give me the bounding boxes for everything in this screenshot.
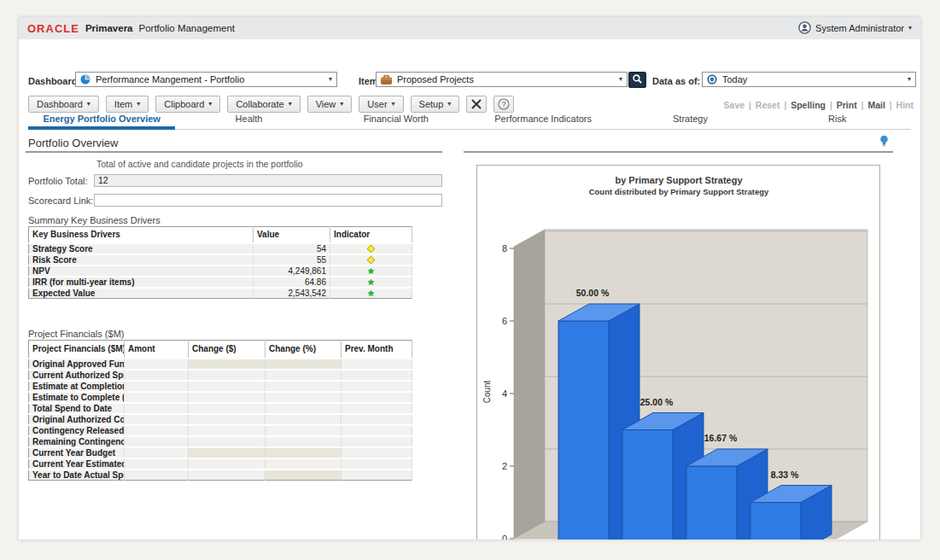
financial-cell-prev_month [342, 392, 412, 403]
financial-cell-amount [125, 359, 189, 370]
bar-front-face [622, 430, 673, 540]
item-select[interactable]: Proposed Projects ▾ [376, 72, 628, 87]
chevron-down-icon: ▾ [908, 25, 912, 32]
table-row: NPV4,249,861★ [29, 265, 412, 277]
table-row: Estimate to Complete (... [29, 392, 412, 403]
financial-cell-amount [125, 436, 189, 447]
chart-title: by Primary Support Strategy [615, 175, 743, 185]
financial-cell-amount [125, 425, 189, 436]
driver-value: 64.86 [254, 277, 330, 288]
financial-cell-prev_month [342, 470, 412, 481]
search-button[interactable] [628, 72, 646, 88]
driver-value: 55 [254, 254, 330, 265]
heading-rule-left [26, 151, 442, 153]
financial-cell-prev_month [342, 436, 412, 447]
tab-risk[interactable]: Risk [764, 109, 911, 129]
y-tick-label: 8 [502, 243, 507, 254]
column-header[interactable]: Key Business Drivers [29, 227, 254, 243]
data-as-of-select[interactable]: Today ▾ [702, 72, 916, 87]
driver-indicator: ★ [330, 288, 412, 299]
chevron-down-icon: ▾ [340, 101, 343, 108]
financial-cell-change_usd [189, 436, 266, 447]
column-header[interactable]: Prev. Month [342, 341, 412, 359]
column-header[interactable]: Change ($) [189, 341, 266, 359]
financial-name: Original Authorized Co... [29, 414, 125, 425]
financial-cell-change_usd [189, 425, 266, 436]
portfolio-total-hint: Total of active and candidate projects i… [96, 159, 303, 169]
column-header[interactable]: Value [254, 227, 330, 243]
tab-strategy[interactable]: Strategy [616, 109, 763, 129]
chevron-down-icon: ▾ [208, 101, 212, 108]
chevron-down-icon: ▾ [289, 101, 292, 108]
y-tick-label: 0 [502, 534, 507, 540]
driver-value: 4,249,861 [254, 265, 330, 277]
financial-cell-change_pct [266, 392, 342, 403]
diamond-icon [367, 244, 376, 253]
financial-name: Current Year Budget [29, 447, 125, 458]
scorecard-link-label: Scorecard Link: [28, 195, 93, 206]
table-row: Expected Value2,543,542★ [29, 288, 412, 299]
column-header[interactable]: Indicator [330, 227, 412, 243]
heading-rule-right [464, 151, 893, 153]
primavera-brand: Primavera [85, 23, 133, 33]
bar-front-face [686, 466, 737, 540]
lightbulb-icon[interactable] [879, 135, 889, 151]
scorecard-link-field[interactable] [94, 194, 442, 207]
y-tick-label: 4 [502, 388, 507, 399]
financial-cell-change_pct [266, 470, 342, 481]
dashboard-select[interactable]: Performance Mangement - Portfolio ▾ [75, 72, 337, 87]
financial-cell-change_usd [189, 414, 266, 425]
financial-name: Current Year Estimated... [29, 458, 125, 470]
bar-value-label: 8.33 % [771, 470, 799, 480]
chevron-down-icon: ▾ [392, 101, 395, 108]
financial-cell-prev_month [342, 370, 412, 381]
user-menu[interactable]: System Administrator ▾ [798, 21, 912, 36]
y-tick-label: 2 [502, 461, 507, 471]
driver-name: Strategy Score [29, 243, 254, 254]
financial-cell-prev_month [342, 447, 412, 458]
data-as-of-label: Data as of: [652, 76, 700, 86]
tab-bar: Energy Portfolio OverviewHealthFinancial… [28, 109, 911, 130]
driver-name: Risk Score [29, 254, 254, 265]
driver-indicator: ★ [330, 277, 412, 288]
chevron-down-icon: ▾ [908, 76, 911, 83]
financial-cell-amount [125, 414, 189, 425]
page-title: Portfolio Overview [28, 137, 118, 149]
star-icon: ★ [367, 289, 375, 298]
chevron-down-icon: ▾ [87, 101, 90, 108]
table-row: Current Year Budget [29, 447, 412, 458]
financial-cell-change_usd [189, 403, 266, 414]
financial-cell-change_pct [266, 425, 342, 436]
financial-name: Remaining Contingency [29, 436, 125, 447]
clock-icon [707, 74, 717, 85]
tab-performance-indicators[interactable]: Performance Indicators [470, 109, 616, 129]
column-header[interactable]: Project Financials ($M) [29, 341, 125, 359]
tab-financial-worth[interactable]: Financial Worth [323, 109, 470, 129]
star-icon: ★ [367, 277, 375, 287]
column-header[interactable]: Change (%) [266, 341, 342, 359]
driver-name: Expected Value [29, 288, 254, 299]
table-row: Year to Date Actual Spe... [29, 470, 412, 481]
strategy-chart: by Primary Support StrategyCount distrib… [476, 165, 880, 540]
svg-text:?: ? [502, 100, 506, 108]
column-header[interactable]: Amont [125, 341, 189, 359]
financial-name: Estimate at Completion... [29, 381, 125, 392]
driver-name: IRR (for multi-year items) [29, 277, 254, 288]
star-icon: ★ [367, 266, 375, 276]
y-axis-label: Count [482, 380, 492, 403]
portfolio-total-field[interactable]: 12 [94, 174, 442, 187]
portfolio-total-label: Portfolio Total: [28, 176, 88, 186]
financial-name: Current Authorized Spe... [29, 370, 125, 381]
financial-cell-change_usd [189, 392, 266, 403]
table-row: Contingency Released [29, 425, 412, 436]
financial-cell-change_pct [266, 403, 342, 414]
bar-value-label: 50.00 % [576, 288, 610, 298]
financial-cell-amount [125, 381, 189, 392]
tab-energy-portfolio-overview[interactable]: Energy Portfolio Overview [28, 109, 175, 129]
financial-name: Year to Date Actual Spe... [29, 470, 125, 481]
financial-cell-change_usd [189, 359, 266, 370]
table-row: Original Approved Fun... [29, 359, 412, 370]
tab-health[interactable]: Health [175, 109, 322, 129]
dashboard-value: Performance Mangement - Portfolio [96, 74, 244, 85]
item-value: Proposed Projects [397, 74, 474, 85]
